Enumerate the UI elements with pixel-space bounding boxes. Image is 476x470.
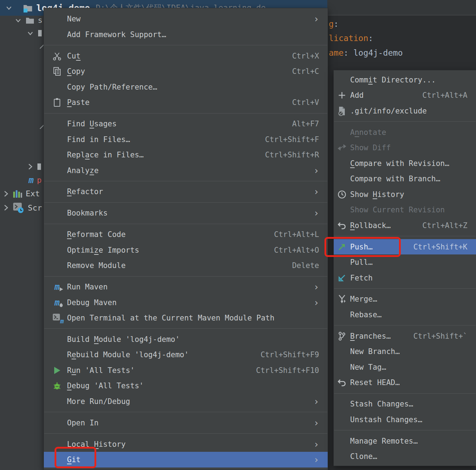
menu-item-refactor[interactable]: Refactor› [44, 184, 328, 200]
maven-debug-icon: m [52, 298, 62, 307]
menu-item-add[interactable]: AddCtrl+Alt+A [334, 88, 476, 103]
menu-item-shortcut: Ctrl+Shift+F10 [256, 366, 319, 375]
menu-item-remove-module[interactable]: Remove ModuleDelete [44, 258, 328, 273]
menu-item-label: New Branch… [350, 347, 400, 356]
tree-item-scratches[interactable]: Scr [3, 202, 42, 213]
tree-item-external-libraries[interactable]: Ext [3, 189, 40, 198]
menu-item-compare-with-branch[interactable]: Compare with Branch… [334, 171, 476, 187]
menu-item-replace-in-files[interactable]: Replace in Files…Ctrl+Shift+R [44, 147, 328, 163]
context-menu: New›Add Framework Support…CutCtrl+XCopyC… [43, 8, 328, 470]
menu-item-reformat-code[interactable]: Reformat CodeCtrl+Alt+L [44, 227, 328, 242]
tree-item-pom[interactable]: m p [29, 176, 42, 185]
menu-item-shortcut: Ctrl+Alt+L [274, 230, 319, 239]
menu-item-branches[interactable]: Branches…Ctrl+Shift+` [334, 328, 476, 344]
branch-icon [337, 332, 347, 341]
menu-item-find-usages[interactable]: Find UsagesAlt+F7 [44, 116, 328, 132]
chevron-down-icon [26, 29, 34, 37]
ignored-file-icon [337, 106, 347, 116]
tree-item-partial[interactable] [27, 163, 41, 171]
tree-item-partial[interactable] [26, 29, 42, 37]
menu-item-debug-maven[interactable]: mDebug Maven› [44, 295, 328, 310]
menu-item-open-in[interactable]: Open In› [44, 415, 328, 431]
menu-item-bookmarks[interactable]: Bookmarks› [44, 206, 328, 221]
menu-separator [44, 202, 327, 203]
menu-item-reset-head[interactable]: Reset HEAD… [334, 375, 476, 391]
menu-item-cut[interactable]: CutCtrl+X [44, 48, 328, 64]
menu-item-optimize-imports[interactable]: Optimize ImportsCtrl+Alt+O [44, 242, 328, 258]
push-arrow-icon [337, 243, 347, 251]
menu-item-new[interactable]: New› [44, 11, 328, 27]
menu-item-rebuild-module-log4j-demo[interactable]: Rebuild Module 'log4j-demo'Ctrl+Shift+F9 [44, 347, 328, 363]
menu-item-label: Copy Path/Reference… [67, 83, 157, 91]
menu-item-more-run-debug[interactable]: More Run/Debug› [44, 394, 328, 409]
menu-item-copy-path-reference[interactable]: Copy Path/Reference… [44, 79, 328, 95]
menu-item-paste[interactable]: PasteCtrl+V [44, 95, 328, 110]
menu-item-run-all-tests[interactable]: Run 'All Tests'Ctrl+Shift+F10 [44, 363, 328, 378]
menu-item-rollback[interactable]: Rollback…Ctrl+Alt+Z [334, 218, 476, 233]
submenu-arrow-icon: › [313, 208, 319, 218]
menu-item-local-history[interactable]: Local History› [44, 436, 328, 452]
menu-item-label: Add [350, 91, 364, 100]
submenu-arrow-icon: › [313, 187, 319, 196]
menu-item-label: Bookmarks [67, 209, 108, 217]
menu-item-debug-all-tests[interactable]: Debug 'All Tests' [44, 378, 328, 394]
menu-item-copy[interactable]: CopyCtrl+C [44, 64, 328, 79]
menu-item-label: Find Usages [67, 120, 117, 128]
menu-item-push[interactable]: Push…Ctrl+Shift+K [334, 239, 476, 255]
scratches-console-icon [12, 202, 25, 213]
menu-item-stash-changes[interactable]: Stash Changes… [334, 396, 476, 412]
menu-item-label: Unstash Changes… [350, 415, 422, 424]
menu-item-show-history[interactable]: Show History [334, 187, 476, 202]
menu-separator [334, 325, 476, 325]
maven-run-icon: m [52, 283, 62, 291]
menu-item-shortcut: Ctrl+Shift+R [265, 151, 319, 159]
menu-item-compare-with-revision[interactable]: Compare with Revision… [334, 156, 476, 171]
cut-icon [52, 51, 62, 61]
menu-item-label: More Run/Debug [67, 397, 130, 406]
menu-item-label: Replace in Files… [67, 151, 144, 159]
menu-item-shortcut: Ctrl+Alt+O [274, 246, 319, 254]
undo-icon [337, 221, 347, 230]
menu-item-run-maven[interactable]: mRun Maven› [44, 279, 328, 295]
menu-item-label: Build Module 'log4j-demo' [67, 335, 180, 344]
menu-item-unstash-changes[interactable]: Unstash Changes… [334, 412, 476, 428]
tree-item-src[interactable]: s [14, 16, 42, 25]
menu-item-label: Git [67, 455, 81, 464]
menu-item-git-info-exclude[interactable]: .git/info/exclude [334, 103, 476, 119]
menu-item-show-current-revision: Show Current Revision [334, 202, 476, 218]
menu-item-pull[interactable]: Pull… [334, 254, 476, 270]
menu-item-label: Debug Maven [67, 298, 117, 307]
menu-item-open-terminal-at-the-current-maven-module-path[interactable]: mOpen Terminal at the Current Maven Modu… [44, 310, 328, 326]
menu-item-find-in-files[interactable]: Find in Files…Ctrl+Shift+F [44, 132, 328, 147]
menu-item-label: Run 'All Tests' [67, 366, 135, 375]
chevron-down-icon[interactable] [5, 4, 13, 12]
submenu-arrow-icon: › [313, 166, 319, 175]
file-icon [37, 30, 42, 37]
menu-separator [44, 412, 327, 412]
menu-separator [44, 113, 327, 113]
menu-item-shortcut: Alt+F7 [292, 120, 319, 128]
menu-item-label: Reset HEAD… [350, 378, 400, 387]
menu-item-label: Run Maven [67, 283, 108, 291]
debug-icon [52, 381, 62, 390]
menu-separator [334, 288, 476, 289]
git-submenu: Commit Directory...AddCtrl+Alt+A.git/inf… [333, 70, 476, 466]
menu-item-fetch[interactable]: Fetch [334, 270, 476, 286]
menu-item-label: Find in Files… [67, 135, 130, 144]
menu-item-manage-remotes[interactable]: Manage Remotes… [334, 433, 476, 449]
menu-item-merge[interactable]: Merge… [334, 292, 476, 307]
menu-item-add-framework-support[interactable]: Add Framework Support… [44, 27, 328, 42]
menu-item-git[interactable]: Git› [44, 452, 328, 468]
chevron-right-icon [3, 190, 9, 198]
menu-item-commit-directory[interactable]: Commit Directory... [334, 72, 476, 88]
menu-item-new-tag[interactable]: New Tag… [334, 359, 476, 375]
menu-item-analyze[interactable]: Analyze› [44, 163, 328, 178]
ide-window: g:lication:ame: log4j-demo log4j-demo D:… [0, 0, 476, 470]
menu-item-new-branch[interactable]: New Branch… [334, 344, 476, 360]
menu-item-build-module-log4j-demo[interactable]: Build Module 'log4j-demo' [44, 332, 328, 347]
menu-item-label: Show History [350, 190, 404, 199]
menu-item-label: Rebuild Module 'log4j-demo' [67, 350, 189, 359]
menu-item-rebase[interactable]: Rebase… [334, 307, 476, 323]
merge-icon [337, 294, 347, 304]
menu-item-clone[interactable]: Clone… [334, 449, 476, 464]
